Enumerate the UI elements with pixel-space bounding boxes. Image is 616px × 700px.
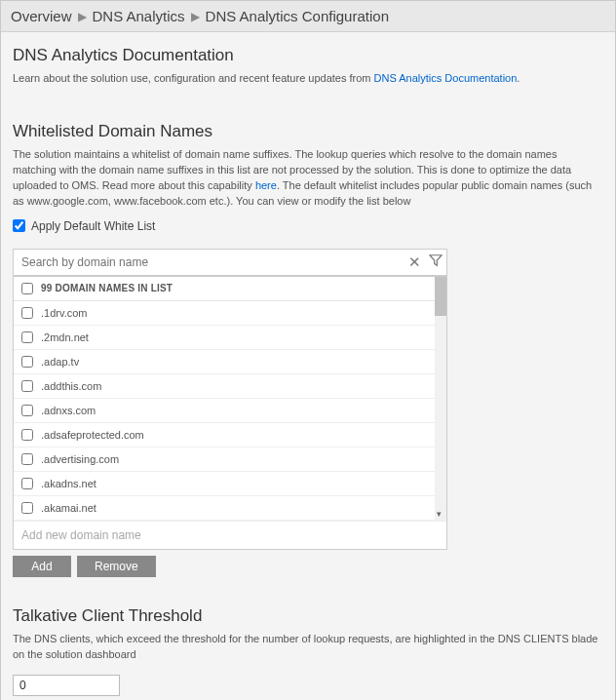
chevron-right-icon: ▶: [78, 10, 87, 23]
search-input[interactable]: [14, 252, 404, 273]
list-item[interactable]: .adnxs.com: [14, 399, 435, 423]
threshold-desc: The DNS clients, which exceed the thresh…: [13, 632, 603, 663]
list-item[interactable]: .adap.tv: [14, 350, 435, 374]
apply-default-whitelist-checkbox[interactable]: [13, 219, 25, 232]
row-checkbox[interactable]: [21, 429, 33, 441]
chevron-right-icon: ▶: [191, 10, 200, 23]
domain-list: 99 DOMAIN NAMES IN LIST .1drv.com .2mdn.…: [13, 276, 447, 550]
select-all-checkbox[interactable]: [21, 283, 33, 294]
row-checkbox[interactable]: [21, 453, 33, 465]
domain-search-row: ✕: [13, 249, 447, 276]
documentation-link[interactable]: DNS Analytics Documentation: [374, 72, 518, 84]
list-item[interactable]: .adsafeprotected.com: [14, 423, 435, 447]
list-item[interactable]: .1drv.com: [14, 301, 435, 326]
list-header-label: 99 DOMAIN NAMES IN LIST: [41, 283, 173, 293]
clear-search-icon[interactable]: ✕: [404, 253, 425, 271]
row-checkbox[interactable]: [21, 478, 33, 489]
row-checkbox[interactable]: [21, 380, 33, 392]
breadcrumb-item-overview[interactable]: Overview: [11, 8, 72, 24]
row-checkbox[interactable]: [21, 331, 33, 343]
scrollbar-down-icon[interactable]: ▾: [437, 509, 442, 519]
apply-default-whitelist-row[interactable]: Apply Default White List: [13, 219, 603, 233]
add-button[interactable]: Add: [13, 556, 71, 577]
list-header-row[interactable]: 99 DOMAIN NAMES IN LIST: [14, 277, 435, 301]
list-item[interactable]: .advertising.com: [14, 447, 435, 472]
breadcrumb-item-config: DNS Analytics Configuration: [206, 8, 389, 24]
breadcrumb: Overview ▶ DNS Analytics ▶ DNS Analytics…: [1, 1, 615, 32]
row-checkbox[interactable]: [21, 405, 33, 416]
threshold-input[interactable]: [13, 675, 120, 696]
breadcrumb-item-dns-analytics[interactable]: DNS Analytics: [93, 8, 185, 24]
add-domain-input[interactable]: Add new domain name: [14, 521, 446, 549]
filter-icon[interactable]: [425, 253, 446, 270]
remove-button[interactable]: Remove: [77, 556, 156, 577]
list-item[interactable]: .addthis.com: [14, 374, 435, 399]
capability-link[interactable]: here: [255, 179, 277, 191]
row-checkbox[interactable]: [21, 502, 33, 514]
threshold-title: Talkative Client Threshold: [13, 606, 603, 626]
row-checkbox[interactable]: [21, 307, 33, 319]
scrollbar-thumb[interactable]: [435, 277, 446, 316]
documentation-title: DNS Analytics Documentation: [13, 46, 603, 65]
documentation-desc: Learn about the solution use, configurat…: [13, 71, 603, 87]
list-item[interactable]: .akamai.net: [14, 496, 435, 521]
list-item[interactable]: .akadns.net: [14, 472, 435, 496]
whitelist-desc: The solution maintains a whitelist of do…: [13, 147, 603, 210]
list-item[interactable]: .2mdn.net: [14, 326, 435, 350]
svg-marker-0: [430, 255, 442, 266]
row-checkbox[interactable]: [21, 356, 33, 368]
scrollbar[interactable]: ▾: [435, 277, 446, 521]
whitelist-title: Whitelisted Domain Names: [13, 122, 603, 141]
apply-default-whitelist-label: Apply Default White List: [31, 219, 155, 233]
